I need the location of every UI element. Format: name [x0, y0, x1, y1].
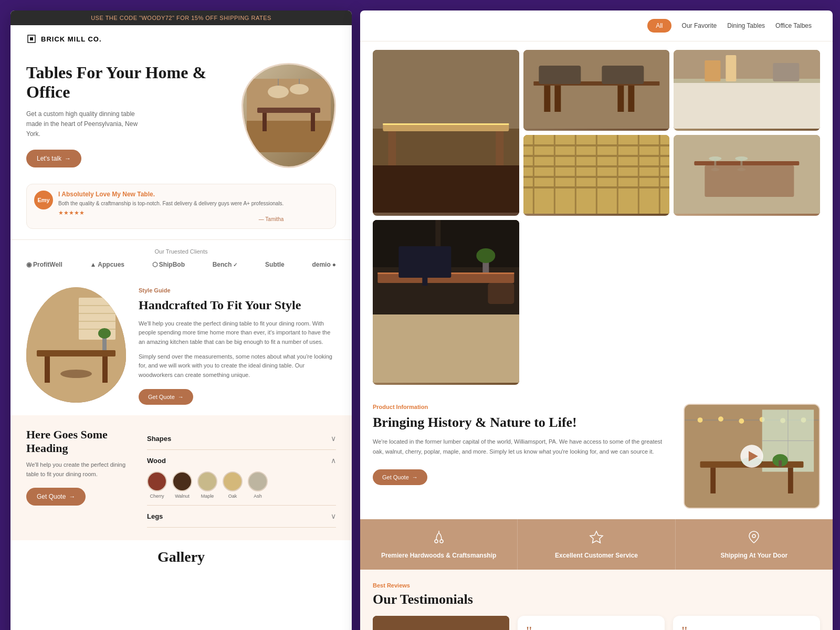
hardwoods-icon — [432, 530, 446, 548]
bottom-cta[interactable]: Get Quote — [26, 488, 86, 506]
review-content: I Absolutely Love My New Table. Both the… — [58, 191, 284, 222]
svg-rect-69 — [373, 314, 519, 383]
feature-service: Excellent Customer Service — [518, 519, 675, 570]
feature-hardwoods-label: Premiere Hardwoods & Craftsmanship — [381, 552, 496, 559]
svg-rect-78 — [488, 283, 514, 304]
swatch-maple[interactable]: Maple — [197, 471, 217, 499]
product-title: Bringing History & Nature to Life! — [373, 414, 668, 430]
review-title: I Absolutely Love My New Table. — [58, 191, 284, 198]
svg-point-82 — [698, 417, 703, 423]
logo-text: BRICK MILL CO. — [41, 35, 102, 43]
product-info-section: Product Information Bringing History & N… — [360, 393, 833, 519]
svg-point-103 — [752, 534, 755, 538]
logo-icon — [26, 34, 37, 44]
svg-point-99 — [435, 540, 438, 543]
swatch-walnut[interactable]: Walnut — [172, 471, 192, 499]
filter-all-button[interactable]: All — [647, 19, 671, 33]
svg-point-84 — [739, 418, 744, 424]
product-image-bg — [685, 405, 819, 508]
svg-rect-32 — [544, 86, 550, 112]
swatch-cherry[interactable]: Cherry — [147, 471, 167, 499]
product-info-left: Product Information Bringing History & N… — [373, 404, 684, 485]
swatch-oak[interactable]: Oak — [223, 471, 243, 499]
bottom-right: Shapes ∨ Wood ∧ Cherry — [147, 428, 336, 528]
svg-rect-39 — [674, 81, 820, 129]
svg-point-22 — [60, 370, 92, 378]
page-left: USE THE CODE "WOODY72" FOR 15% OFF SHIPP… — [10, 10, 352, 630]
accordion-legs[interactable]: Legs ∨ — [147, 506, 336, 528]
style-guide-cta[interactable]: Get Quote — [139, 389, 193, 405]
svg-rect-77 — [422, 278, 427, 286]
svg-rect-104 — [373, 616, 509, 630]
client-bench: Bench✓ — [213, 261, 238, 268]
feature-shipping-label: Shipping At Your Door — [720, 552, 788, 559]
product-tag: Product Information — [373, 404, 668, 410]
svg-rect-37 — [602, 66, 644, 84]
clients-section: Our Truested Clients ◉ ProfitWell ▲ Appc… — [10, 239, 352, 277]
profitwell-icon: ◉ — [26, 261, 32, 268]
svg-rect-76 — [398, 246, 451, 278]
svg-rect-43 — [773, 63, 800, 81]
gallery-cell-3 — [674, 50, 820, 131]
svg-rect-34 — [617, 86, 624, 112]
test-cards: " Both the quality and craftmanship is t… — [518, 616, 820, 630]
accordion-wood-header[interactable]: Wood ∧ — [147, 456, 336, 465]
svg-point-75 — [476, 248, 495, 263]
svg-rect-3 — [247, 121, 331, 152]
features-strip: Premiere Hardwoods & Craftsmanship Excel… — [360, 519, 833, 570]
test-card-2: " Both the quality and craftmanship is t… — [673, 616, 820, 630]
walnut-label: Walnut — [175, 494, 190, 499]
wood-swatches: Cherry Walnut Maple Oak — [147, 471, 336, 499]
gallery-cell-2 — [523, 50, 670, 131]
promo-bar: USE THE CODE "WOODY72" FOR 15% OFF SHIPP… — [10, 10, 352, 25]
clients-label: Our Truested Clients — [26, 248, 336, 255]
svg-rect-93 — [788, 468, 793, 494]
svg-rect-33 — [554, 86, 561, 112]
filter-office-link[interactable]: Office Talbes — [775, 22, 812, 29]
test-card-1: " Both the quality and craftmanship is t… — [518, 616, 665, 630]
style-guide-title: Handcrafted To Fit Your Style — [139, 298, 336, 313]
swatch-ash[interactable]: Ash — [248, 471, 268, 499]
maple-swatch-circle — [197, 471, 217, 491]
hero-image-bg — [243, 65, 334, 166]
accordion-legs-arrow: ∨ — [331, 512, 336, 521]
gallery-cell-4 — [523, 135, 670, 216]
nav-filter: All Our Favorite Dining Tables Office Ta… — [647, 19, 812, 33]
filter-favorite-link[interactable]: Our Favorite — [682, 22, 717, 29]
product-image — [684, 404, 820, 509]
accordion-wood-label: Wood — [147, 457, 166, 465]
cherry-label: Cherry — [150, 494, 164, 499]
svg-rect-19 — [102, 356, 108, 383]
shipbob-icon: ⬡ — [152, 261, 158, 268]
gallery-heading: Gallery — [10, 540, 352, 565]
client-profitwell: ◉ ProfitWell — [26, 261, 62, 268]
accordion-wood[interactable]: Wood ∧ Cherry Walnut — [147, 450, 336, 506]
accordion-shapes[interactable]: Shapes ∨ — [147, 428, 336, 450]
style-guide-content: Style Guide Handcrafted To Fit Your Styl… — [139, 287, 336, 405]
svg-rect-6 — [311, 113, 315, 131]
feature-shipping: Shipping At Your Door — [676, 519, 833, 570]
accordion-legs-header[interactable]: Legs ∨ — [147, 512, 336, 521]
review-author: — Tamitha — [58, 216, 284, 222]
hero-title: Tables For Your Home & Office — [26, 63, 231, 102]
oak-swatch-circle — [223, 471, 243, 491]
style-guide-text2: Simply send over the measurements, some … — [139, 352, 336, 380]
svg-rect-28 — [496, 131, 503, 168]
product-cta[interactable]: Get Quote — [373, 469, 427, 485]
right-header: All Our Favorite Dining Tables Office Ta… — [360, 10, 833, 41]
svg-rect-41 — [705, 60, 721, 81]
service-icon — [589, 530, 604, 548]
accordion-wood-arrow: ∧ — [331, 456, 336, 465]
style-guide-image — [26, 287, 126, 403]
testimonials-tag: Best Reviews — [373, 582, 820, 589]
testimonials-layout: " Both the quality and craftmanship is t… — [373, 616, 820, 630]
svg-rect-18 — [45, 356, 50, 383]
filter-dining-link[interactable]: Dining Tables — [727, 22, 765, 29]
svg-rect-5 — [262, 113, 267, 131]
review-avatar: Emy — [34, 191, 53, 209]
feature-hardwoods: Premiere Hardwoods & Craftsmanship — [360, 519, 518, 570]
accordion-shapes-header[interactable]: Shapes ∨ — [147, 434, 336, 443]
svg-rect-4 — [257, 108, 320, 113]
clients-logos: ◉ ProfitWell ▲ Appcues ⬡ ShipBob Bench✓ … — [26, 261, 336, 268]
hero-cta-button[interactable]: Let's talk — [26, 150, 81, 167]
